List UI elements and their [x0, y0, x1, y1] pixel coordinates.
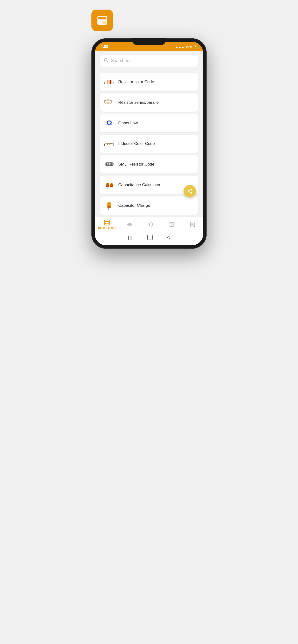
resistor-color-icon [104, 77, 114, 87]
list-item[interactable]: Inductor Color Code [100, 135, 198, 153]
svg-line-9 [107, 61, 108, 62]
svg-rect-75 [150, 223, 152, 226]
battery-icon: 99% [186, 45, 192, 49]
share-fab-button[interactable] [184, 185, 196, 198]
list-item[interactable]: Capacitor Charge [100, 196, 198, 215]
svg-rect-87 [171, 224, 173, 226]
smd-resistor-icon: 103 [104, 159, 114, 170]
search-divider [104, 67, 194, 67]
svg-rect-14 [110, 80, 111, 84]
phone-frame: 4:03 ▲▲▲ 99% 🔋 [91, 38, 207, 249]
bottom-nav: CALCULATORS [95, 216, 203, 231]
svg-rect-7 [103, 22, 106, 24]
list-container: Resistor color Code [95, 71, 203, 216]
search-bar[interactable]: Search for [100, 54, 198, 67]
svg-rect-71 [130, 224, 131, 226]
list-item[interactable]: Resistor series/parallel [100, 94, 198, 112]
app-icon [91, 10, 113, 31]
svg-point-50 [110, 186, 113, 187]
inductor-icon [104, 138, 114, 149]
svg-line-61 [189, 192, 191, 192]
capacitance-icon [104, 180, 114, 190]
svg-point-60 [191, 192, 192, 194]
list-item-label: Capacitance Calculator [118, 182, 161, 187]
nav-item-chips[interactable] [144, 221, 158, 228]
svg-rect-40 [105, 164, 106, 165]
svg-rect-21 [108, 100, 108, 101]
phone-screen: 4:03 ▲▲▲ 99% 🔋 [95, 42, 203, 245]
svg-point-45 [106, 186, 109, 187]
svg-rect-3 [101, 20, 102, 22]
list-item[interactable]: 103 SMD Resistor Code [100, 155, 198, 174]
svg-rect-26 [108, 102, 108, 104]
svg-text:103: 103 [107, 163, 111, 166]
nav-label-calculators: CALCULATORS [98, 227, 116, 230]
svg-rect-13 [109, 80, 109, 84]
search-placeholder: Search for [111, 58, 131, 63]
list-item-label: Ohms Law [118, 121, 138, 126]
svg-rect-25 [107, 102, 107, 104]
svg-rect-64 [105, 221, 109, 222]
svg-line-103 [195, 226, 195, 227]
list-item-label: SMD Resistor Code [118, 162, 154, 167]
nav-item-components[interactable] [123, 221, 137, 228]
page-wrapper: 4:03 ▲▲▲ 99% 🔋 [91, 10, 207, 249]
svg-point-59 [188, 190, 189, 192]
recents-button[interactable]: ||| [128, 235, 133, 240]
status-icons: ▲▲▲ 99% 🔋 [175, 45, 198, 49]
list-item[interactable]: Resistor color Code [100, 73, 198, 91]
battery-full-icon: 🔋 [194, 45, 198, 49]
search-container: Search for [95, 51, 203, 71]
svg-rect-65 [105, 223, 106, 224]
svg-rect-12 [107, 80, 108, 84]
notch [132, 38, 166, 45]
search-icon [104, 58, 108, 64]
ohms-law-icon: Ω [104, 118, 114, 128]
svg-rect-36 [107, 143, 108, 145]
list-item-label: Resistor series/parallel [118, 100, 160, 105]
svg-rect-5 [98, 22, 100, 24]
nav-item-reference[interactable] [186, 221, 200, 228]
svg-text:Ω: Ω [106, 119, 112, 127]
svg-rect-66 [106, 223, 107, 224]
svg-rect-4 [103, 20, 106, 22]
back-button[interactable]: < [167, 234, 170, 240]
screen-content: Search for [95, 51, 203, 245]
svg-rect-2 [98, 20, 100, 22]
svg-rect-69 [129, 224, 129, 226]
nav-item-calculators[interactable]: CALCULATORS [98, 219, 116, 230]
capacitor-charge-icon [104, 200, 114, 211]
list-item-label: Inductor Color Code [118, 141, 155, 146]
resistor-parallel-icon [104, 97, 114, 108]
list-item-label: Resistor color Code [118, 80, 154, 84]
svg-point-58 [191, 189, 192, 190]
home-button[interactable] [147, 235, 153, 240]
signal-icon: ▲▲▲ [175, 45, 185, 49]
svg-rect-20 [107, 100, 107, 101]
svg-line-62 [189, 190, 191, 191]
status-time: 4:03 [100, 44, 108, 49]
svg-rect-67 [108, 223, 109, 224]
nav-item-ic[interactable] [165, 221, 179, 228]
svg-rect-6 [101, 22, 102, 24]
android-nav-bar: ||| < [95, 231, 203, 245]
list-item[interactable]: Ω Ohms Law [100, 114, 198, 132]
svg-rect-1 [98, 17, 106, 20]
list-item-label: Capacitor Charge [118, 203, 150, 208]
svg-rect-41 [112, 164, 114, 165]
svg-point-55 [107, 206, 111, 208]
